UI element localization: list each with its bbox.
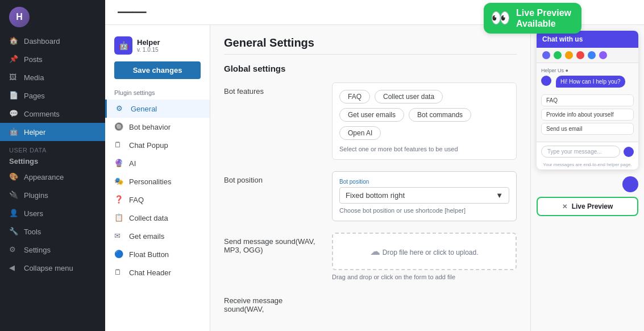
plugin-nav-general[interactable]: ⚙ General [105, 100, 210, 118]
send-sound-label: Send message sound(WAV, MP3, OGG) [224, 233, 321, 254]
feature-tag-bot-commands[interactable]: Bot commands [409, 108, 471, 122]
live-preview-button[interactable]: ✕ Live Preview [537, 197, 638, 216]
sidebar-item-appearance[interactable]: 🎨 Appearance [0, 168, 105, 186]
dropdown-chevron-icon: ▼ [496, 191, 503, 200]
pages-icon: 📄 [9, 91, 18, 100]
nav-item-label: General [131, 105, 157, 113]
media-icon: 🖼 [9, 73, 18, 82]
tools-icon: 🔧 [9, 227, 18, 236]
sidebar-item-helper[interactable]: 🤖 Helper [0, 123, 105, 141]
social-icon-3 [565, 51, 573, 59]
chat-bot-bubble: Hi! How can I help you? [556, 76, 625, 88]
float-button-nav-icon: 🔵 [114, 250, 123, 259]
ai-nav-icon: 🔮 [114, 159, 123, 168]
global-settings-title: Global settings [224, 64, 517, 73]
sidebar-item-label: Users [24, 209, 43, 218]
appearance-icon: 🎨 [9, 172, 18, 181]
helper-icon: 🤖 [9, 127, 18, 136]
sidebar-item-label: Helper [24, 128, 45, 136]
bot-position-label: Bot position [224, 171, 321, 184]
chat-send-button[interactable] [624, 147, 634, 157]
bot-behavior-nav-icon: 🔘 [114, 122, 123, 131]
plugin-section-label: Plugin settings [105, 86, 210, 100]
plugin-nav-faq[interactable]: ❓ FAQ [105, 191, 210, 209]
main-area: ⸻⸻ 👀 Live Preview Available 🤖 Helper v. … [105, 0, 644, 331]
plugin-nav-ai[interactable]: 🔮 AI [105, 154, 210, 172]
sidebar-item-settings[interactable]: ⚙ Settings [0, 241, 105, 259]
bot-position-box: Bot position Fixed bottom right ▼ Choose… [332, 171, 517, 221]
chat-option-faq[interactable]: FAQ [541, 94, 634, 106]
feature-tag-get-user-emails[interactable]: Get user emails [339, 108, 404, 122]
sidebar-item-label: Settings [24, 246, 51, 254]
chat-popup-nav-icon: 🗒 [114, 140, 123, 150]
chat-option-email[interactable]: Send us email [541, 123, 634, 135]
chat-preview-widget: Chat with us Helper Us ● Hi! How can I h… [537, 31, 638, 169]
preview-panel: Chat with us Helper Us ● Hi! How can I h… [530, 25, 644, 331]
dashboard-icon: 🏠 [9, 36, 18, 45]
receive-sound-label: Receive message sound(WAV, [224, 292, 321, 313]
plugin-nav-get-emails[interactable]: ✉ Get emails [105, 227, 210, 245]
save-changes-button[interactable]: Save changes [114, 61, 201, 79]
sidebar-item-label: Comments [24, 110, 60, 118]
chat-input-hint: Your messages are end-to-end helper page… [537, 161, 638, 169]
nav-item-label: Get emails [129, 232, 164, 241]
sidebar-logo: H [0, 0, 105, 32]
chat-social-icons [537, 48, 638, 63]
settings-section-label: Settings [0, 156, 105, 168]
plugin-nav-float-button[interactable]: 🔵 Float Button [105, 245, 210, 263]
plugin-nav-bot-behavior[interactable]: 🔘 Bot behavior [105, 118, 210, 136]
sidebar-item-collapse[interactable]: ◀ Collapse menu [0, 259, 105, 277]
nav-item-label: Collect data [129, 214, 168, 222]
chat-input[interactable]: Type your message... [541, 146, 620, 158]
chat-float-button[interactable] [622, 176, 638, 192]
nav-item-label: FAQ [129, 196, 144, 204]
live-preview-badge: 👀 Live Preview Available [484, 3, 581, 34]
sidebar-item-posts[interactable]: 📌 Posts [0, 50, 105, 68]
sidebar-item-label: Posts [24, 55, 43, 64]
bot-position-row: Bot position Bot position Fixed bottom r… [224, 171, 517, 221]
live-preview-button-label: Live Preview [572, 202, 613, 210]
main-sidebar: H 🏠 Dashboard 📌 Posts 🖼 Media 📄 Pages 💬 … [0, 0, 105, 331]
plugin-nav-chat-popup[interactable]: 🗒 Chat Popup [105, 136, 210, 154]
users-icon: 👤 [9, 209, 18, 218]
sidebar-item-pages[interactable]: 📄 Pages [0, 86, 105, 105]
file-upload-box[interactable]: ☁ Drop file here or click to upload. [332, 233, 517, 270]
feature-tag-collect-user-data[interactable]: Collect user data [375, 90, 443, 104]
settings-panel: General Settings Global settings Bot fea… [210, 25, 530, 331]
top-bar-logo: ⸻⸻ [117, 3, 145, 21]
bot-features-row: Bot features FAQ Collect user data Get u… [224, 82, 517, 160]
plugin-version: v. 1.0.15 [137, 47, 160, 53]
feature-tag-open-ai[interactable]: Open AI [339, 126, 381, 140]
settings-icon: ⚙ [9, 245, 18, 254]
bot-position-select[interactable]: Fixed bottom right ▼ [339, 187, 509, 204]
settings-title: General Settings [224, 36, 517, 49]
bot-avatar [541, 76, 551, 86]
plugin-nav-collect-data[interactable]: 📋 Collect data [105, 209, 210, 227]
sidebar-item-comments[interactable]: 💬 Comments [0, 105, 105, 123]
social-icon-2 [554, 51, 562, 59]
personalities-nav-icon: 🎭 [114, 177, 123, 186]
chat-option-info[interactable]: Provide info about yourself [541, 109, 634, 121]
feature-tags-box: FAQ Collect user data Get user emails Bo… [332, 82, 517, 160]
collapse-icon: ◀ [9, 263, 18, 272]
nav-item-label: Chat Popup [129, 141, 168, 150]
sidebar-item-plugins[interactable]: 🔌 Plugins [0, 186, 105, 204]
nav-item-label: AI [129, 159, 136, 168]
sidebar-item-dashboard[interactable]: 🏠 Dashboard [0, 32, 105, 50]
cloud-upload-icon: ☁ [370, 246, 380, 257]
sidebar-item-label: Collapse menu [24, 264, 73, 272]
plugin-nav-chat-header[interactable]: 🗒 Chat Header [105, 263, 210, 282]
sidebar-item-users[interactable]: 👤 Users [0, 204, 105, 222]
send-sound-content: ☁ Drop file here or click to upload. Dra… [332, 233, 517, 280]
plugin-nav-personalities[interactable]: 🎭 Personalities [105, 172, 210, 191]
general-nav-icon: ⚙ [116, 104, 125, 113]
nav-item-label: Bot behavior [129, 123, 171, 131]
sidebar-item-label: Dashboard [24, 37, 60, 45]
chat-messages: Helper Us ● Hi! How can I help you? FAQ … [537, 63, 638, 142]
sidebar-item-media[interactable]: 🖼 Media [0, 68, 105, 86]
plugin-icon: 🤖 [114, 36, 132, 55]
sidebar-item-tools[interactable]: 🔧 Tools [0, 222, 105, 241]
collect-data-nav-icon: 📋 [114, 213, 123, 222]
feature-tag-faq[interactable]: FAQ [339, 90, 370, 104]
social-icon-5 [588, 51, 596, 59]
